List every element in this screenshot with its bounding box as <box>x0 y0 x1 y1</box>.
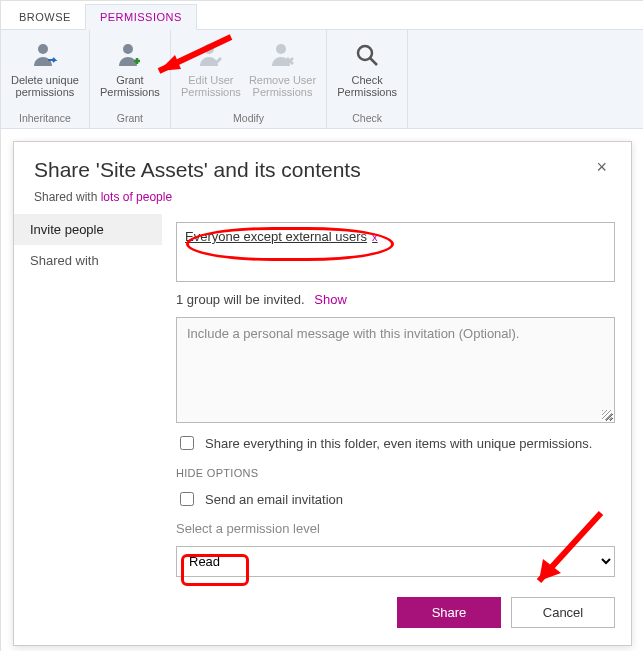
svg-line-5 <box>370 58 377 65</box>
send-email-checkbox[interactable] <box>180 492 194 506</box>
cancel-button[interactable]: Cancel <box>511 597 615 628</box>
people-picker[interactable]: Everyone except external users x <box>176 222 615 282</box>
dialog-title: Share 'Site Assets' and its contents <box>34 158 361 182</box>
share-everything-row[interactable]: Share everything in this folder, even it… <box>176 433 615 453</box>
nav-invite-people[interactable]: Invite people <box>14 214 162 245</box>
people-chip-label: Everyone except external users <box>185 229 367 244</box>
ribbon-btn-label: Remove User Permissions <box>249 74 316 98</box>
delete-unique-permissions-button[interactable]: Delete unique permissions <box>7 34 83 98</box>
user-pencil-icon <box>196 38 226 72</box>
ribbon-tabstrip: BROWSE PERMISSIONS <box>1 1 643 30</box>
check-permissions-button[interactable]: Check Permissions <box>333 34 401 98</box>
chip-remove-icon[interactable]: x <box>372 231 378 243</box>
svg-point-2 <box>204 44 214 54</box>
ribbon-btn-label: Grant Permissions <box>100 74 160 98</box>
user-x-icon <box>268 38 298 72</box>
dialog-right-pane: Everyone except external users x 1 group… <box>162 214 631 631</box>
personal-message-input[interactable]: Include a personal message with this inv… <box>176 317 615 423</box>
ribbon-group-label: Check <box>352 110 382 126</box>
remove-user-permissions-button: Remove User Permissions <box>245 34 320 98</box>
user-arrow-icon <box>30 38 60 72</box>
ribbon-group-modify: Edit User Permissions Remove User Permis… <box>171 30 327 128</box>
grant-permissions-button[interactable]: Grant Permissions <box>96 34 164 98</box>
ribbon-btn-label: Edit User Permissions <box>181 74 241 98</box>
send-email-row[interactable]: Send an email invitation <box>176 489 615 509</box>
ribbon-group-inheritance: Delete unique permissions Inheritance <box>1 30 90 128</box>
svg-point-1 <box>123 44 133 54</box>
svg-point-0 <box>38 44 48 54</box>
tab-browse[interactable]: BROWSE <box>5 5 85 29</box>
permission-level-label: Select a permission level <box>176 521 615 536</box>
hide-options-link[interactable]: HIDE OPTIONS <box>176 467 615 479</box>
share-dialog: Share 'Site Assets' and its contents × S… <box>13 141 632 646</box>
ribbon-group-check: Check Permissions Check <box>327 30 408 128</box>
send-email-label: Send an email invitation <box>205 492 343 507</box>
ribbon-group-label: Modify <box>233 110 264 126</box>
edit-user-permissions-button: Edit User Permissions <box>177 34 245 98</box>
share-button[interactable]: Share <box>397 597 501 628</box>
svg-point-3 <box>276 44 286 54</box>
ribbon: Delete unique permissions Inheritance Gr… <box>1 30 643 129</box>
invite-status: 1 group will be invited. Show <box>176 292 615 307</box>
ribbon-btn-label: Check Permissions <box>337 74 397 98</box>
status-show-link[interactable]: Show <box>314 292 347 307</box>
ribbon-group-label: Inheritance <box>19 110 71 126</box>
ribbon-group-label: Grant <box>117 110 143 126</box>
ribbon-group-grant: Grant Permissions Grant <box>90 30 171 128</box>
shared-with-prefix: Shared with <box>34 190 101 204</box>
nav-shared-with[interactable]: Shared with <box>14 245 162 276</box>
ribbon-btn-label: Delete unique permissions <box>11 74 79 98</box>
invite-status-text: 1 group will be invited. <box>176 292 305 307</box>
share-everything-label: Share everything in this folder, even it… <box>205 436 592 451</box>
permission-level-select[interactable]: Read <box>176 546 615 577</box>
shared-with-link[interactable]: lots of people <box>101 190 172 204</box>
share-everything-checkbox[interactable] <box>180 436 194 450</box>
magnifier-icon <box>352 38 382 72</box>
people-chip[interactable]: Everyone except external users x <box>185 229 378 244</box>
shared-with-line: Shared with lots of people <box>14 186 631 214</box>
user-plus-icon <box>115 38 145 72</box>
dialog-left-nav: Invite people Shared with <box>14 214 162 631</box>
svg-point-4 <box>358 46 372 60</box>
close-button[interactable]: × <box>592 158 611 176</box>
tab-permissions[interactable]: PERMISSIONS <box>85 4 197 30</box>
